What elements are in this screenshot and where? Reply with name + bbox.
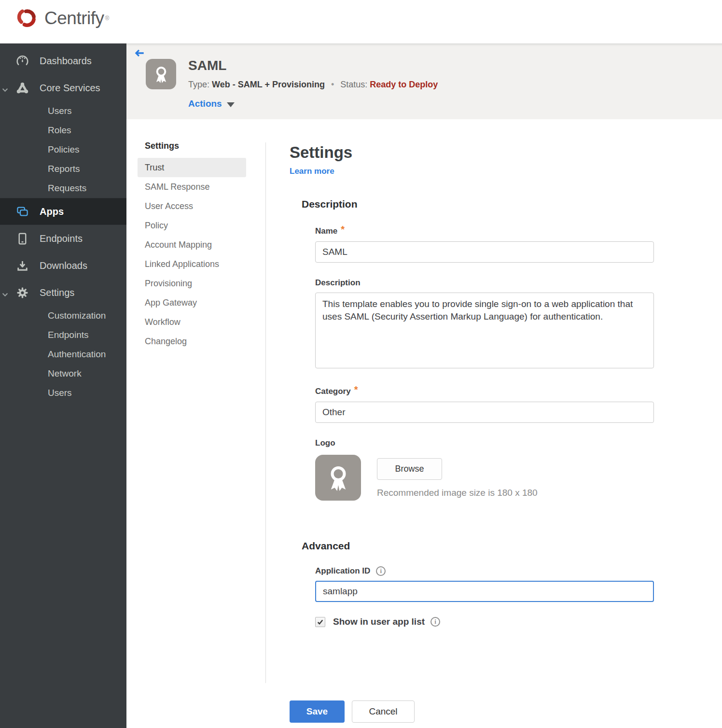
sidebar-item-core-services[interactable]: Core Services xyxy=(0,74,126,101)
type-value: Web - SAML + Provisioning xyxy=(212,80,325,89)
subnav-item-user-access[interactable]: User Access xyxy=(138,196,246,216)
required-asterisk: * xyxy=(354,384,358,395)
save-button[interactable]: Save xyxy=(290,700,345,723)
sidebar-item-settings-users[interactable]: Users xyxy=(0,383,126,403)
sidebar-item-requests[interactable]: Requests xyxy=(0,179,126,198)
sidebar-label: Dashboards xyxy=(40,56,92,67)
subnav-item-trust[interactable]: Trust xyxy=(138,158,246,177)
name-field[interactable] xyxy=(315,241,654,263)
sidebar-item-customization[interactable]: Customization xyxy=(0,306,126,325)
subnav-item-changelog[interactable]: Changelog xyxy=(138,332,246,351)
content-area: Settings Trust SAML Response User Access… xyxy=(126,119,722,728)
meta-separator: • xyxy=(331,80,334,89)
learn-more-link[interactable]: Learn more xyxy=(290,167,334,176)
brand-name: Centrify xyxy=(44,8,104,28)
sidebar-label: Settings xyxy=(40,287,74,298)
required-asterisk: * xyxy=(341,224,345,235)
name-label: Name * xyxy=(315,225,654,237)
brand-trademark: ® xyxy=(105,15,109,22)
apps-icon xyxy=(16,205,29,218)
sidebar-label: Endpoints xyxy=(40,233,83,244)
download-icon xyxy=(16,259,29,272)
sidebar-item-settings[interactable]: Settings xyxy=(0,279,126,306)
subnav-item-policy[interactable]: Policy xyxy=(138,216,246,235)
settings-form: Settings Learn more Description Name * D… xyxy=(290,143,666,723)
description-label: Description xyxy=(315,278,654,288)
advanced-section-title: Advanced xyxy=(302,540,666,552)
application-id-label: Application ID i xyxy=(315,566,654,576)
type-label: Type: xyxy=(188,80,209,89)
app-meta: Type: Web - SAML + Provisioning • Status… xyxy=(188,80,438,90)
description-section-title: Description xyxy=(302,198,666,210)
chevron-down-icon[interactable] xyxy=(2,290,8,299)
info-icon[interactable]: i xyxy=(430,617,440,627)
ribbon-icon xyxy=(152,65,171,84)
app-header: SAML Type: Web - SAML + Provisioning • S… xyxy=(126,43,722,119)
show-in-user-app-list-checkbox[interactable] xyxy=(315,617,325,627)
sidebar-item-authentication[interactable]: Authentication xyxy=(0,345,126,364)
subnav-item-app-gateway[interactable]: App Gateway xyxy=(138,293,246,312)
device-icon xyxy=(16,232,29,245)
logo-preview xyxy=(315,455,361,501)
ribbon-icon xyxy=(324,463,353,492)
logo-label: Logo xyxy=(315,438,654,448)
settings-subnav: Settings Trust SAML Response User Access… xyxy=(138,141,246,351)
sidebar-item-policies[interactable]: Policies xyxy=(0,140,126,159)
sidebar-item-settings-endpoints[interactable]: Endpoints xyxy=(0,325,126,345)
cancel-button[interactable]: Cancel xyxy=(352,700,415,723)
gear-icon xyxy=(16,286,29,299)
logo-size-hint: Recommended image size is 180 x 180 xyxy=(377,488,538,498)
category-label: Category * xyxy=(315,386,654,397)
application-id-field[interactable] xyxy=(315,581,654,602)
sidebar-item-endpoints[interactable]: Endpoints xyxy=(0,225,126,252)
sidebar-item-reports[interactable]: Reports xyxy=(0,159,126,179)
gauge-icon xyxy=(16,55,29,68)
sidebar: Dashboards Core Services Users Roles Pol… xyxy=(0,43,126,728)
subnav-item-workflow[interactable]: Workflow xyxy=(138,312,246,332)
subnav-item-saml-response[interactable]: SAML Response xyxy=(138,177,246,196)
top-bar: Centrify® xyxy=(0,0,722,43)
sidebar-item-dashboards[interactable]: Dashboards xyxy=(0,47,126,74)
subnav-item-linked-applications[interactable]: Linked Applications xyxy=(138,254,246,274)
actions-dropdown[interactable]: Actions xyxy=(188,98,438,109)
sidebar-item-roles[interactable]: Roles xyxy=(0,121,126,140)
app-logo xyxy=(146,59,176,89)
info-icon[interactable]: i xyxy=(376,566,386,576)
status-value: Ready to Deploy xyxy=(370,80,438,89)
check-icon xyxy=(317,618,324,626)
sidebar-label: Apps xyxy=(40,206,64,217)
sidebar-item-users[interactable]: Users xyxy=(0,101,126,121)
browse-button[interactable]: Browse xyxy=(377,458,442,480)
vertical-divider xyxy=(265,142,266,683)
description-field[interactable]: This template enables you to provide sin… xyxy=(315,293,654,368)
status-label: Status: xyxy=(340,80,367,89)
subnav-title: Settings xyxy=(138,141,246,151)
chevron-down-icon[interactable] xyxy=(2,85,8,94)
back-arrow-icon[interactable] xyxy=(134,48,145,58)
show-in-user-app-list-label: Show in user app list xyxy=(333,616,425,627)
caret-down-icon xyxy=(227,102,235,107)
sidebar-item-apps[interactable]: Apps xyxy=(0,198,126,225)
category-field[interactable] xyxy=(315,402,654,423)
sidebar-item-network[interactable]: Network xyxy=(0,364,126,383)
sidebar-item-downloads[interactable]: Downloads xyxy=(0,252,126,279)
sidebar-label: Core Services xyxy=(40,83,100,94)
page-title: Settings xyxy=(290,143,666,162)
network-icon xyxy=(16,82,29,95)
actions-label: Actions xyxy=(188,98,222,109)
app-title: SAML xyxy=(188,58,438,73)
centrify-swirl-icon xyxy=(14,6,40,31)
sidebar-label: Downloads xyxy=(40,260,87,271)
subnav-item-account-mapping[interactable]: Account Mapping xyxy=(138,235,246,254)
centrify-logo: Centrify® xyxy=(14,6,109,31)
subnav-item-provisioning[interactable]: Provisioning xyxy=(138,274,246,293)
